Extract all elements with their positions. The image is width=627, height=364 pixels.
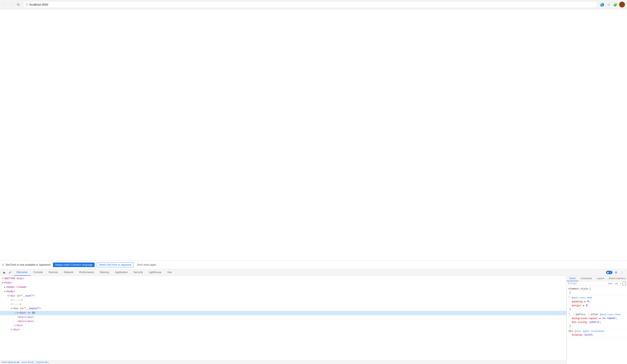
cls-filter-btn[interactable]: .cls <box>614 282 619 285</box>
console-badge-icon: ▶ <box>607 271 609 274</box>
nuxt-div-line[interactable]: ▼<div id="__nuxt"> <box>0 294 567 298</box>
tab-network[interactable]: Network <box>61 269 76 276</box>
forward-button[interactable]: → <box>9 2 14 7</box>
rule-closing: } <box>569 291 571 295</box>
body-tag-line[interactable]: ▼<body> <box>0 290 567 294</box>
rule-val[interactable]: ▶ 0; <box>583 304 589 308</box>
html-tag-line[interactable]: ▼<html> <box>0 281 567 285</box>
browser-toolbar: ← → ↻ ⓘ localhost:3000 🌏 ☆ 🧩 <box>0 0 627 9</box>
info-icon: ℹ <box>2 263 3 266</box>
rule-source[interactable]: main.sass:2643 <box>601 313 620 316</box>
rule-prop[interactable]: padding: <box>569 300 584 304</box>
rule-source[interactable]: main.sass:2658 <box>573 296 592 300</box>
styles-panel: Styles Computed Layout Event Listeners »… <box>567 276 627 364</box>
devtools-main: <!DOCTYPE html> ▼<html> ►<head>…</head> … <box>0 276 627 364</box>
switch-japanese-button[interactable]: Switch DevTools to Japanese <box>97 262 134 267</box>
rule-closing: } <box>569 324 571 328</box>
breadcrumb-layout[interactable]: div#__layout <box>28 361 44 364</box>
rule-prop[interactable]: background-repeat: <box>569 317 599 320</box>
dont-show-again-button[interactable]: Don't show again <box>136 262 157 267</box>
address-bar[interactable]: ⓘ localhost:3000 <box>23 1 598 8</box>
head-tag-line[interactable]: ►<head>…</head> <box>0 285 567 290</box>
tabs-right: ▶ 1 ⚙ ⋮ <box>605 270 626 275</box>
extensions-button[interactable]: 🧩 <box>613 2 618 7</box>
expand-icon[interactable]: ▼ <box>7 295 9 297</box>
browser-chrome: ← → ↻ ⓘ localhost:3000 🌏 ☆ 🧩 <box>0 0 627 9</box>
rule-prop[interactable]: display: <box>569 333 584 337</box>
rule-selector[interactable]: element.style { <box>569 287 591 291</box>
styles-tab-event-listeners[interactable]: Event Listeners <box>606 276 627 281</box>
close-div2-line: </div> <box>0 328 567 332</box>
tab-application[interactable]: Application <box>112 269 131 276</box>
styles-content: element.style { } * { main.sass:2658 <box>567 286 627 364</box>
selected-div-line[interactable]: →•▼<div> == $0 <box>0 311 567 315</box>
rule-selector[interactable]: *, ::before, ::after { <box>569 313 601 316</box>
expand-icon[interactable]: ▼ <box>11 308 12 310</box>
tab-elements[interactable]: Elements <box>14 269 30 276</box>
tab-memory[interactable]: Memory <box>97 269 112 276</box>
styles-filter-input[interactable] <box>568 282 606 285</box>
match-language-button[interactable]: Always match Chrome's language <box>53 262 95 267</box>
reload-button[interactable]: ↻ <box>15 2 21 7</box>
translate-icon-btn[interactable]: 🌏 <box>599 2 605 7</box>
breadcrumb-nuxt[interactable]: div#__nuxt <box>13 361 27 364</box>
device-toolbar-button[interactable]: ☍ <box>7 270 13 275</box>
box-model-icon[interactable] <box>623 282 626 285</box>
tab-vue[interactable]: Vue <box>164 269 175 276</box>
dom-breadcrumb: html body div#__nuxt div#__layout div <box>0 360 567 364</box>
add-style-btn[interactable]: + <box>619 282 622 285</box>
child-div2-line[interactable]: <div></div> <box>0 319 567 323</box>
rule-selector[interactable]: * { <box>569 296 573 300</box>
devtools-tabs: ▶ ☍ Elements Console Sources Network Per… <box>0 269 627 276</box>
styles-tabs: Styles Computed Layout Event Listeners » <box>567 276 627 281</box>
select-element-button[interactable]: ▶ <box>2 270 7 275</box>
tabs-list: Elements Console Sources Network Perform… <box>14 269 605 276</box>
breadcrumb-div[interactable]: div <box>45 361 49 364</box>
rule-val[interactable]: inherit; <box>589 320 601 324</box>
page-content <box>0 9 627 260</box>
tab-security[interactable]: Security <box>131 269 146 276</box>
styles-tab-computed[interactable]: Computed <box>578 276 594 281</box>
rule-selector[interactable]: div { <box>569 329 576 333</box>
style-rule-element: element.style { } <box>567 287 627 296</box>
styles-tab-layout[interactable]: Layout <box>594 276 606 281</box>
expand-icon[interactable]: ▼ <box>2 282 3 284</box>
console-badge[interactable]: ▶ 1 <box>606 271 613 274</box>
back-button[interactable]: ← <box>2 2 8 7</box>
filter-extras: :hov .cls + <box>607 282 626 285</box>
tab-console[interactable]: Console <box>30 269 46 276</box>
style-rule-div: div { user agent stylesheet display: blo… <box>567 329 627 338</box>
selected-marker: →• <box>14 312 17 314</box>
rule-val[interactable]: ▶ 0; <box>585 300 590 304</box>
settings-button[interactable]: ⚙ <box>613 270 619 275</box>
expand-icon[interactable]: ▼ <box>17 312 18 314</box>
url-text: localhost:3000 <box>29 3 48 6</box>
expand-icon[interactable]: ► <box>4 286 5 288</box>
child-div1-line[interactable]: <div></div> <box>0 315 567 319</box>
more-button[interactable]: ⋮ <box>620 270 625 275</box>
rule-val[interactable]: block; <box>585 333 594 337</box>
breadcrumb-html[interactable]: html <box>2 361 7 364</box>
rule-prop[interactable]: box-sizing: <box>569 320 588 324</box>
elements-panel: <!DOCTYPE html> ▼<html> ►<head>…</head> … <box>0 276 567 360</box>
avatar[interactable] <box>619 2 625 7</box>
styles-tab-styles[interactable]: Styles <box>567 276 578 281</box>
expand-icon[interactable]: ▼ <box>4 291 5 293</box>
lock-icon: ⓘ <box>26 3 28 6</box>
html-doctype-line: <!DOCTYPE html> <box>0 277 567 281</box>
tab-sources[interactable]: Sources <box>46 269 61 276</box>
layout-div-line[interactable]: ▼<div id="__layout"> <box>0 307 567 311</box>
rule-prop[interactable]: margin: <box>569 304 582 308</box>
rule-closing: } <box>569 308 571 311</box>
notification-bar: ℹ DevTools is now available in Japanese!… <box>0 261 627 269</box>
comment1-line: <!-----> <box>0 298 567 302</box>
breadcrumb-body[interactable]: body <box>8 361 13 364</box>
bookmark-button[interactable]: ☆ <box>606 2 612 7</box>
tab-lighthouse[interactable]: Lighthouse <box>146 269 164 276</box>
rule-val[interactable]: ▶ no-repeat; <box>600 316 617 320</box>
devtools-panel: ℹ DevTools is now available in Japanese!… <box>0 260 627 364</box>
rule-source[interactable]: user agent stylesheet <box>576 329 605 333</box>
nav-buttons: ← → ↻ <box>2 2 21 7</box>
hover-filter-btn[interactable]: :hov <box>607 282 613 285</box>
tab-performance[interactable]: Performance <box>76 269 97 276</box>
